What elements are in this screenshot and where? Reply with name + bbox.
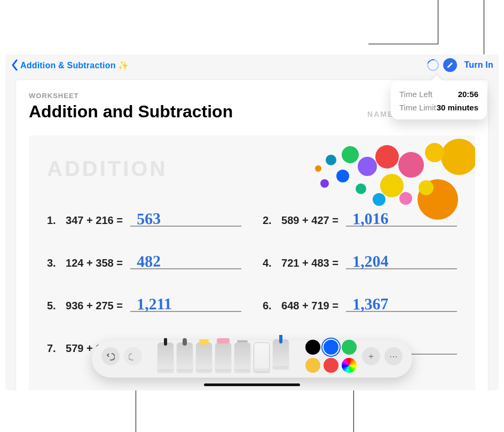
lasso-tool[interactable]: [234, 342, 250, 372]
markup-mode-icon[interactable]: [443, 58, 457, 72]
deco-dot: [373, 193, 385, 206]
time-limit-label: Time Limit: [399, 103, 436, 112]
callout-line-turn-in: [484, 0, 484, 55]
tool-tray: [144, 340, 302, 372]
swatch-red[interactable]: [324, 358, 338, 373]
callout-line-tool-left: [136, 384, 136, 432]
home-indicator[interactable]: [204, 383, 300, 386]
answer-handwriting: 1,204: [352, 253, 389, 269]
pen-tool[interactable]: [158, 342, 174, 372]
color-swatches: [305, 340, 357, 373]
problem-equation: 648 + 719 =: [275, 300, 338, 312]
problem-equation: 721 + 483 =: [275, 257, 338, 269]
deco-dot: [315, 165, 321, 172]
back-title: Addition & Subtraction ✨: [20, 60, 129, 70]
device-screen: Addition & Subtraction ✨ Turn In Time Le…: [5, 54, 499, 390]
problem-number: 2.: [263, 214, 275, 227]
answer-line[interactable]: 1,211: [130, 293, 241, 312]
timer-icon[interactable]: [425, 57, 441, 73]
deco-dot: [425, 143, 444, 162]
eraser-tool[interactable]: [215, 342, 231, 372]
answer-handwriting: 1,367: [352, 295, 389, 312]
callout-line-timer: [438, 0, 438, 44]
deco-dot: [358, 157, 377, 176]
problem-number: 4.: [263, 257, 275, 269]
problem-equation: 347 + 216 =: [60, 214, 123, 227]
deco-dot: [398, 152, 424, 178]
callout-line-timer-h: [368, 44, 438, 44]
answer-line[interactable]: 482: [130, 250, 241, 269]
problem-row: 4. 721 + 483 =1,204: [263, 250, 457, 269]
answer-handwriting: 1,211: [137, 295, 172, 312]
deco-dot: [342, 146, 359, 163]
deco-dot: [320, 179, 329, 188]
time-left-label: Time Left: [399, 90, 432, 99]
answer-handwriting: 563: [137, 211, 161, 227]
swatch-blue[interactable]: [324, 340, 338, 355]
problem-grid: 1. 347 + 216 =5632. 589 + 427 =1,0163. 1…: [47, 207, 457, 355]
brush-tool[interactable]: [177, 342, 193, 372]
problem-number: 5.: [47, 300, 60, 312]
problem-row: 6. 648 + 719 =1,367: [263, 293, 457, 312]
time-limit-row: Time Limit 30 minutes: [399, 101, 478, 114]
ruler-tool[interactable]: [254, 342, 270, 372]
deco-dot: [419, 180, 434, 195]
back-button[interactable]: Addition & Subtraction ✨: [11, 59, 129, 71]
deco-dot: [326, 155, 336, 165]
problem-equation: 124 + 358 =: [60, 257, 123, 269]
problem-number: 1.: [47, 214, 60, 227]
add-button[interactable]: ＋: [362, 347, 380, 365]
deco-dot: [380, 174, 404, 197]
pencil-tool[interactable]: [273, 339, 289, 369]
answer-handwriting: 482: [137, 253, 161, 270]
deco-dot: [399, 192, 412, 205]
highlighter-tool[interactable]: [196, 342, 212, 372]
redo-icon: [129, 352, 137, 361]
navigation-bar: Addition & Subtraction ✨ Turn In: [5, 54, 499, 76]
problem-number: 6.: [263, 300, 275, 312]
problem-row: 1. 347 + 216 =563: [47, 207, 241, 227]
time-left-row: Time Left 20:56: [399, 87, 478, 101]
deco-dot: [375, 145, 399, 169]
page-title: Addition and Subtraction: [29, 102, 233, 122]
problem-number: 3.: [47, 257, 60, 269]
swatch-yellow[interactable]: [305, 358, 320, 373]
deco-dot: [356, 183, 366, 194]
more-button[interactable]: ⋯: [384, 347, 403, 365]
plus-icon: ＋: [367, 351, 375, 362]
chevron-left-icon: [11, 59, 18, 71]
pencil-glyph-icon: [446, 61, 454, 69]
swatch-picker[interactable]: [342, 358, 357, 373]
time-limit-value: 30 minutes: [437, 103, 478, 112]
callout-line-tool-right: [353, 384, 354, 432]
undo-button[interactable]: [101, 347, 120, 365]
markup-toolbar: ＋ ⋯: [92, 340, 412, 378]
answer-line[interactable]: 1,204: [346, 250, 457, 269]
time-left-value: 20:56: [458, 90, 478, 99]
time-popover: Time Left 20:56 Time Limit 30 minutes: [391, 81, 487, 119]
problem-number: 7.: [47, 342, 60, 355]
deco-dot: [441, 139, 475, 175]
answer-line[interactable]: 563: [130, 207, 241, 227]
undo-icon: [106, 352, 115, 361]
swatch-black[interactable]: [305, 340, 320, 355]
answer-line[interactable]: 1,367: [346, 293, 457, 312]
problem-row: 3. 124 + 358 =482: [47, 250, 241, 269]
problem-equation: 936 + 275 =: [60, 300, 123, 312]
deco-dot: [336, 170, 349, 182]
turn-in-button[interactable]: Turn In: [464, 60, 493, 70]
ellipsis-icon: ⋯: [389, 351, 398, 362]
worksheet-eyebrow: WORKSHEET: [29, 92, 233, 100]
problem-row: 5. 936 + 275 =1,211: [47, 293, 241, 312]
redo-button[interactable]: [124, 347, 142, 365]
swatch-green[interactable]: [342, 340, 357, 355]
answer-handwriting: 1,016: [352, 210, 389, 227]
